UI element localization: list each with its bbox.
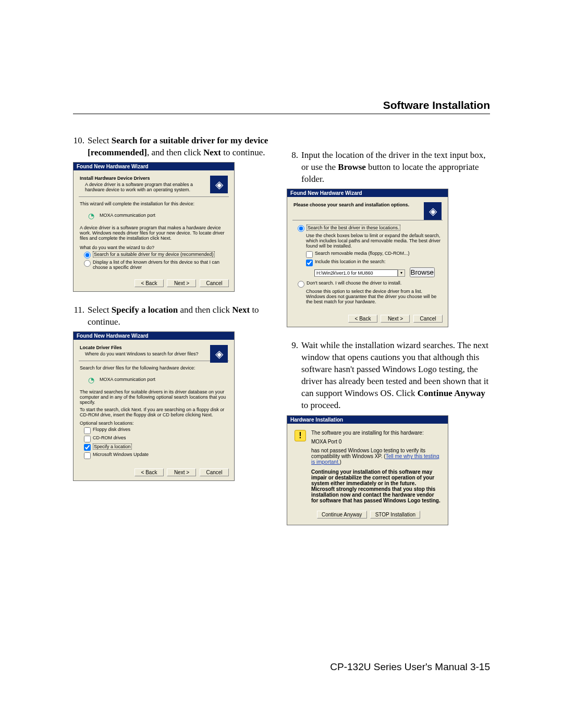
page-footer: CP-132U Series User's Manual 3-15 <box>330 661 490 673</box>
dialog-titlebar: Found New Hardware Wizard <box>287 189 448 197</box>
section-header: Software Installation <box>73 99 490 114</box>
next-button[interactable]: Next > <box>167 279 196 287</box>
back-button[interactable]: < Back <box>348 315 377 323</box>
check-cdrom[interactable] <box>84 436 91 442</box>
wizard-icon: ◈ <box>424 202 442 220</box>
step-8: 8. Input the location of the driver in t… <box>287 150 490 186</box>
radio-search-best[interactable] <box>298 225 304 232</box>
wizard-dialog-install-drivers: Found New Hardware Wizard ◈ Install Hard… <box>73 162 235 292</box>
path-input[interactable]: H:\Win2k\ver1.0 for MU860 <box>314 269 398 277</box>
step-9: 9. Wait while the installation wizard se… <box>287 340 490 412</box>
cancel-button[interactable]: Cancel <box>413 315 443 323</box>
right-column: 8. Input the location of the driver in t… <box>287 135 490 525</box>
check-include-location[interactable] <box>306 260 313 266</box>
stop-installation-button[interactable]: STOP Installation <box>370 511 420 519</box>
page-title: Software Installation <box>73 99 490 112</box>
warning-icon: ! <box>295 430 306 441</box>
wizard-icon: ◈ <box>210 345 228 363</box>
check-specify-location[interactable] <box>84 444 91 451</box>
wizard-icon: ◈ <box>210 176 228 193</box>
radio-display-list[interactable] <box>84 260 91 267</box>
check-floppy[interactable] <box>84 427 91 434</box>
cancel-button[interactable]: Cancel <box>200 468 229 476</box>
dialog-titlebar: Hardware Installation <box>287 416 448 424</box>
left-column: 10. Select Search for a suitable driver … <box>73 135 276 525</box>
hardware-installation-warning: Hardware Installation ! The software you… <box>287 415 448 525</box>
wizard-dialog-search-options: Found New Hardware Wizard ◈ Please choos… <box>287 189 448 327</box>
dialog-titlebar: Found New Hardware Wizard <box>74 163 234 170</box>
next-button[interactable]: Next > <box>167 468 196 476</box>
dropdown-arrow-icon[interactable]: ▾ <box>398 269 405 277</box>
browse-button[interactable]: Browse <box>410 267 435 277</box>
device-icon: ◔ <box>85 209 97 222</box>
back-button[interactable]: < Back <box>134 279 164 287</box>
check-removable-media[interactable] <box>306 251 313 258</box>
device-icon: ◔ <box>85 374 97 386</box>
radio-dont-search[interactable] <box>298 281 304 288</box>
continue-anyway-button[interactable]: Continue Anyway <box>317 511 367 519</box>
cancel-button[interactable]: Cancel <box>200 279 229 287</box>
next-button[interactable]: Next > <box>381 315 410 323</box>
step-11: 11. Select Specify a location and then c… <box>73 304 276 328</box>
back-button[interactable]: < Back <box>134 468 164 476</box>
check-windows-update[interactable] <box>84 452 91 459</box>
radio-search-suitable[interactable] <box>84 252 91 258</box>
dialog-titlebar: Found New Hardware Wizard <box>74 332 234 340</box>
wizard-dialog-locate-files: Found New Hardware Wizard ◈ Locate Drive… <box>73 331 235 481</box>
step-10: 10. Select Search for a suitable driver … <box>73 135 276 159</box>
